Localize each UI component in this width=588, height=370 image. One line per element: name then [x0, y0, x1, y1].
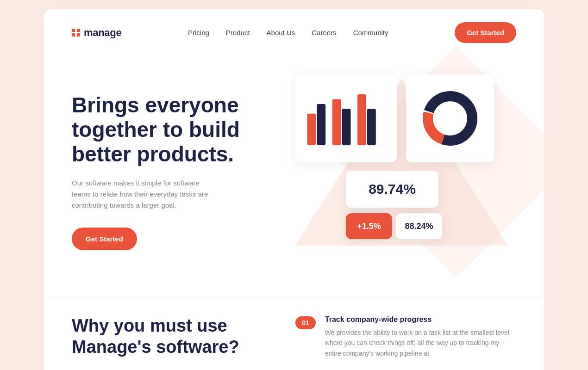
donut-chart-svg [420, 88, 480, 148]
page-wrapper: manage Pricing Product About Us Careers … [0, 0, 588, 370]
svg-point-10 [434, 102, 466, 135]
logo-dot-4 [77, 33, 80, 37]
nav-item-pricing[interactable]: Pricing [188, 29, 209, 37]
why-right: 01 Track company-wide progress We provid… [295, 315, 516, 365]
navbar: manage Pricing Product About Us Careers … [44, 9, 544, 56]
small-orange-card: +1.5% [346, 213, 392, 239]
hero-left: Brings everyone together to build better… [72, 74, 272, 250]
hero-title: Brings everyone together to build better… [72, 93, 272, 166]
nav-link-about[interactable]: About Us [267, 29, 295, 37]
big-percent-card: 89.74% [346, 171, 438, 208]
bar-chart-svg [302, 84, 389, 148]
small-white-card: 88.24% [396, 213, 442, 239]
feature-title-1: Track company-wide progress [325, 315, 516, 324]
svg-rect-0 [307, 114, 316, 145]
bar-chart-card [295, 74, 397, 162]
nav-links: Pricing Product About Us Careers Communi… [188, 29, 388, 37]
hero-cta-button[interactable]: Get Started [72, 228, 137, 250]
nav-item-careers[interactable]: Careers [312, 29, 336, 37]
svg-rect-1 [317, 104, 325, 145]
nav-item-product[interactable]: Product [226, 29, 250, 37]
svg-rect-3 [342, 109, 351, 145]
feature-badge-1: 01 [295, 316, 316, 329]
feature-item-1: 01 Track company-wide progress We provid… [295, 315, 516, 358]
why-section: Why you must use Manage's software? 01 T… [44, 296, 544, 370]
nav-link-community[interactable]: Community [353, 29, 388, 37]
donut-chart-card [406, 74, 494, 162]
feature-description-1: We provides the ability to work on a tas… [325, 327, 516, 358]
nav-link-careers[interactable]: Careers [312, 29, 336, 37]
small-white-value: 88.24% [405, 222, 433, 231]
logo-text: manage [84, 27, 121, 39]
navbar-cta-button[interactable]: Get Started [455, 22, 516, 43]
svg-rect-4 [357, 94, 366, 145]
why-left: Why you must use Manage's software? [72, 315, 258, 365]
nav-link-pricing[interactable]: Pricing [188, 29, 209, 37]
nav-item-community[interactable]: Community [353, 29, 388, 37]
logo-link[interactable]: manage [72, 27, 121, 39]
hero-subtitle: Our software makes it simple for softwar… [72, 178, 220, 211]
svg-rect-2 [332, 99, 341, 145]
logo-dots [72, 29, 80, 37]
main-container: manage Pricing Product About Us Careers … [44, 9, 544, 370]
svg-rect-5 [367, 109, 376, 145]
small-orange-value: +1.5% [357, 222, 381, 231]
feature-content-1: Track company-wide progress We provides … [325, 315, 516, 358]
why-title: Why you must use Manage's software? [72, 315, 258, 358]
logo-dot-3 [72, 33, 75, 37]
nav-link-product[interactable]: Product [226, 29, 250, 37]
logo-dot-2 [77, 29, 80, 32]
nav-item-about[interactable]: About Us [267, 29, 295, 37]
logo-dot-1 [72, 29, 75, 32]
hero-right: 89.74% +1.5% 88.24% [272, 65, 516, 250]
big-percent-value: 89.74% [369, 181, 416, 197]
hero-section: Brings everyone together to build better… [44, 56, 544, 296]
